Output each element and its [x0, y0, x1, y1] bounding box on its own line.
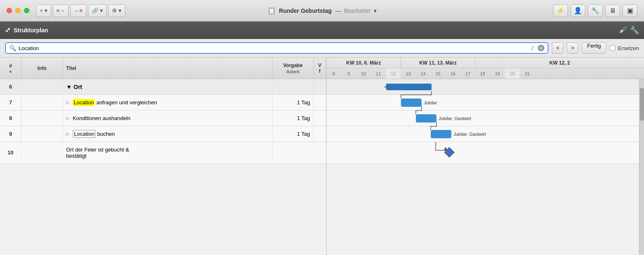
link-icon: 🔗 [92, 7, 98, 14]
table-body: 6 ▼ Ort 7 ▷ Location anfragen und ver [0, 79, 326, 164]
row-vorgabe [272, 79, 314, 94]
paint-button[interactable]: 🖌 [619, 26, 627, 35]
col-header-hash: # ▲ [0, 58, 21, 79]
vf-label: V f [317, 63, 322, 74]
gantt-day: 17 [460, 68, 475, 79]
settings-button[interactable]: ⚙ ▾ [108, 5, 125, 17]
gantt-bar-label: Jubilar; Gastwirt [453, 132, 486, 137]
scrollbar-vertical[interactable] [639, 79, 644, 255]
indent-decrease-button[interactable]: ←≡ [70, 5, 86, 17]
row-id: 7 [9, 99, 12, 106]
title-separator: — [335, 7, 341, 14]
add-button[interactable]: + ▾ [36, 5, 51, 17]
gantt-arrow [384, 87, 388, 87]
table-row: 6 ▼ Ort [0, 79, 326, 95]
row-id: 8 [9, 115, 12, 121]
gantt-day: 9 [341, 68, 356, 79]
row-id: 10 [7, 149, 13, 156]
gantt-day: 14 [416, 68, 431, 79]
week-label: KW 12, 2 [549, 60, 570, 66]
col-header-vf: V f [314, 58, 326, 79]
table-row: 7 ▷ Location anfragen und vergleichen 1 … [0, 95, 326, 111]
document-status: Bearbeitet [344, 7, 370, 14]
titlebar-center: 📋 Runder Geburtstag — Bearbeitet ▾ [267, 7, 377, 14]
gantt-days-row: 8 9 10 11 12 13 14 15 16 17 18 19 20 21 [327, 68, 644, 79]
table-row: 10 Ort der Feier ist gebucht & bestätigt [0, 142, 326, 164]
gantt-connector [327, 111, 644, 126]
gantt-row: Jubilar [327, 95, 644, 111]
main-content: # ▲ Info Titel Vorgabe Arbeit V f 6 [0, 58, 644, 255]
week-label: KW 10, 6. März [346, 60, 381, 66]
gantt-row: Jubilar; Gastwirt [327, 126, 644, 142]
wrench-button[interactable]: 🔧 [630, 26, 639, 35]
traffic-lights [7, 8, 29, 13]
gantt-bar-label: Jubilar; Gastwirt [439, 116, 471, 121]
row-vorgabe [272, 151, 314, 154]
row-title: ▷ Konditionen aushandeln [63, 111, 272, 126]
row-id: 9 [9, 131, 12, 137]
document-icon: 📋 [267, 7, 276, 14]
titlebar: + ▾ ≡→ ←≡ 🔗 ▾ ⚙ ▾ 📋 Runder Geburtstag — … [0, 0, 644, 22]
search-next-button[interactable]: > [567, 42, 578, 54]
expand-icon[interactable]: ▷ [66, 132, 69, 136]
gantt-milestone [444, 147, 454, 157]
gantt-connector [327, 95, 644, 111]
search-prev-button[interactable]: < [552, 42, 563, 54]
gantt-week-12: KW 12, 2 [475, 58, 644, 68]
row-title: ▷ Location buchen [63, 126, 272, 142]
monitor-button[interactable]: 🖥 [605, 5, 620, 17]
search-clear-button[interactable]: ✕ [538, 45, 544, 51]
person-button[interactable]: 👤 [570, 5, 585, 17]
sidebar-button[interactable]: ▣ [623, 5, 637, 17]
week-label: KW 11, 13. März [419, 60, 457, 66]
scrollbar-thumb[interactable] [640, 88, 644, 121]
expand-icon[interactable]: ▷ [66, 100, 69, 105]
row-info [21, 151, 63, 154]
replace-checkbox[interactable] [610, 45, 615, 51]
expand-icon[interactable]: ▷ [66, 116, 69, 120]
row-title-text2: bestätigt [66, 153, 86, 159]
monitor-icon: 🖥 [609, 7, 616, 14]
gantt-day: 19 [490, 68, 505, 79]
title-dropdown-icon[interactable]: ▾ [374, 7, 377, 14]
gantt-day: 11 [371, 68, 386, 79]
lightning-button[interactable]: ⚡ [553, 5, 568, 17]
link-button[interactable]: 🔗 ▾ [88, 5, 107, 17]
minimize-button[interactable] [15, 8, 21, 13]
gantt-bar [431, 130, 451, 138]
row-num: 10 [0, 148, 21, 157]
row-info [21, 126, 63, 142]
toolbar-right: ⚡ 👤 🔧 🖥 ▣ [553, 5, 637, 17]
gantt-day: 18 [475, 68, 490, 79]
col-header-info: Info [21, 58, 63, 79]
tools-icon: 🔧 [591, 7, 599, 14]
table-section: # ▲ Info Titel Vorgabe Arbeit V f 6 [0, 58, 327, 255]
person-icon: 👤 [574, 7, 582, 14]
close-button[interactable] [7, 8, 12, 13]
sort-arrow: ▲ [9, 69, 13, 73]
structbar-label: Strukturplan [14, 27, 48, 34]
search-icon: 🔍 [9, 45, 16, 51]
gantt-bar-label: Jubilar [424, 100, 437, 105]
row-vf [314, 126, 326, 142]
row-title: ▷ Location anfragen und vergleichen [63, 95, 272, 110]
gantt-day: 20 [505, 68, 520, 79]
title-label: Titel [66, 65, 76, 71]
vorgabe-top: Vorgabe [283, 63, 303, 68]
gantt-day: 21 [520, 68, 535, 79]
indent-increase-button[interactable]: ≡→ [53, 5, 69, 17]
chevron-left-icon: < [556, 45, 559, 51]
search-input[interactable] [19, 45, 529, 51]
row-num: 7 [0, 95, 21, 110]
group-title: ▼ Ort [66, 84, 82, 90]
gantt-connector [327, 142, 492, 164]
row-info [21, 95, 63, 110]
searchbar: 🔍 2 ✕ < > Fertig Ersetzen [0, 39, 644, 58]
maximize-button[interactable] [24, 8, 29, 13]
row-num: 8 [0, 111, 21, 126]
tools-button[interactable]: 🔧 [588, 5, 603, 17]
search-done-button[interactable]: Fertig [582, 42, 606, 54]
structbar-title: ⤢ Strukturplan [5, 26, 48, 34]
col-header-vorgabe: Vorgabe Arbeit [272, 58, 314, 79]
row-info [21, 111, 63, 126]
